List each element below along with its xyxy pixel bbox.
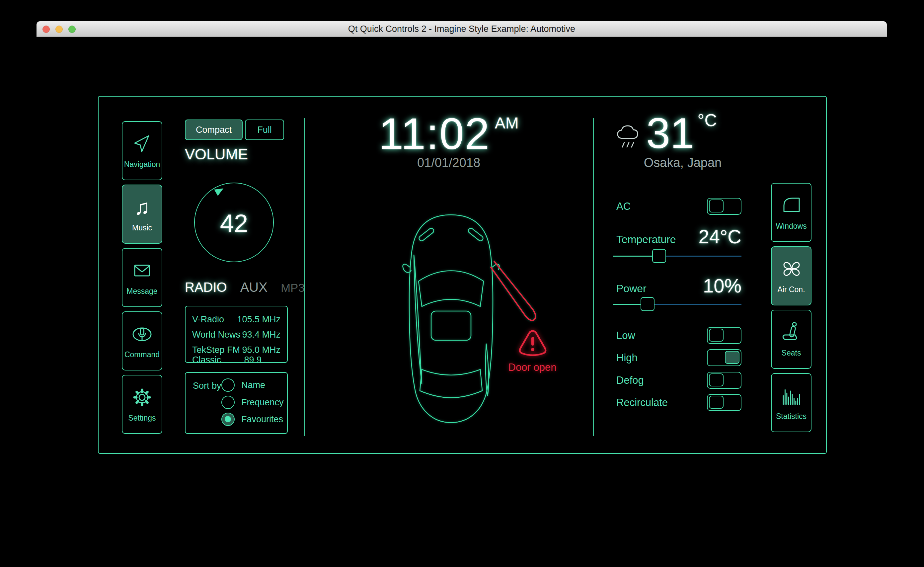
radio-label-favourites: Favourites (241, 412, 283, 426)
radio-dot (225, 416, 231, 422)
station-name: Classic Radio (192, 355, 244, 363)
recirculate-switch[interactable] (707, 394, 741, 411)
rain-cloud-icon (615, 123, 642, 152)
recirculate-label: Recirculate (616, 397, 668, 409)
sort-by-label: Sort by (193, 381, 221, 391)
slider-track-empty (648, 304, 741, 305)
zoom-window-button[interactable] (68, 26, 76, 33)
car-window-icon (781, 195, 802, 216)
power-slider[interactable] (613, 297, 741, 311)
menu-item-statistics[interactable]: Statistics (771, 373, 812, 432)
station-frequency: 95.0 MHz (242, 345, 280, 355)
weather-temp-unit: °C (698, 111, 717, 130)
sidebar-item-settings[interactable]: Settings (122, 375, 162, 434)
menu-item-windows[interactable]: Windows (771, 183, 812, 242)
weather-temp-value: 31 (646, 109, 694, 158)
slider-track-empty (659, 256, 741, 256)
sidebar-item-label: Navigation (124, 160, 160, 169)
sidebar-item-label: Settings (128, 414, 156, 423)
recirculate-row: Recirculate (616, 394, 741, 411)
menu-item-seats[interactable]: Seats (771, 310, 812, 369)
defog-label: Defog (616, 375, 644, 386)
compact-mode-label: Compact (196, 125, 232, 135)
warning-triangle-icon (518, 329, 548, 357)
menu-item-air-con[interactable]: Air Con. (771, 246, 812, 305)
high-row: High (616, 349, 741, 366)
microphone-icon (131, 323, 153, 345)
fan-icon (781, 258, 802, 280)
clock-time: 11:02 (379, 109, 490, 158)
navigation-arrow-icon (131, 133, 153, 155)
menu-item-label: Statistics (776, 412, 807, 421)
station-frequency: 105.5 MHz (237, 314, 280, 325)
volume-heading: VOLUME (185, 146, 248, 163)
full-mode-button[interactable]: Full (245, 120, 284, 140)
weather-location: Osaka, Japan (610, 156, 756, 170)
low-switch[interactable] (707, 327, 741, 344)
switch-knob (709, 200, 723, 213)
clock-meridiem: AM (495, 114, 519, 132)
power-value: 10% (642, 274, 741, 297)
defog-row: Defog (616, 372, 741, 389)
envelope-icon (131, 260, 153, 282)
audio-source-tabs: RADIO AUX MP3 (185, 280, 304, 295)
temperature-value: 24°C (642, 225, 741, 248)
compact-mode-button[interactable]: Compact (185, 120, 243, 140)
ac-row: AC (616, 198, 741, 215)
low-row: Low (616, 327, 741, 344)
power-slider-handle[interactable] (640, 297, 654, 311)
window-titlebar: Qt Quick Controls 2 - Imagine Style Exam… (36, 21, 887, 37)
ac-label: AC (616, 201, 631, 213)
gear-icon (131, 386, 153, 408)
sidebar-item-message[interactable]: Message (122, 248, 162, 307)
station-frequency: 89.9 MHz (244, 355, 280, 363)
door-open-label: Door open (492, 362, 572, 374)
low-label: Low (616, 330, 635, 342)
tab-radio[interactable]: RADIO (185, 280, 227, 295)
station-name: V-Radio (192, 314, 224, 325)
station-row[interactable]: Classic Radio 89.9 MHz (186, 357, 287, 363)
car-top-view (400, 212, 560, 427)
window-title: Qt Quick Controls 2 - Imagine Style Exam… (348, 24, 575, 34)
open-door-line (491, 261, 536, 320)
sidebar-item-label: Music (132, 224, 152, 232)
volume-value: 42 (194, 209, 274, 238)
tab-mp3[interactable]: MP3 (281, 281, 304, 294)
radio-label-name: Name (241, 378, 265, 392)
temperature-slider[interactable] (613, 249, 741, 263)
menu-item-label: Windows (776, 222, 807, 231)
station-row[interactable]: V-Radio 105.5 MHz (186, 312, 287, 327)
temperature-slider-handle[interactable] (652, 249, 666, 263)
music-note-icon: ♫ (134, 196, 150, 218)
ac-switch[interactable] (707, 198, 741, 215)
defog-switch[interactable] (707, 372, 741, 389)
station-list: V-Radio 105.5 MHz World News 93.4 MHz Te… (185, 306, 288, 363)
dashboard-panel: Navigation ♫ Music Message Command Setti… (98, 96, 827, 454)
clock: 11:02AM (304, 109, 593, 158)
full-mode-label: Full (257, 125, 272, 135)
right-section-divider (593, 118, 594, 436)
switch-knob (709, 396, 723, 409)
switch-knob (725, 351, 740, 364)
high-switch[interactable] (707, 349, 741, 366)
sidebar-item-command[interactable]: Command (122, 311, 162, 370)
switch-knob (709, 374, 723, 386)
tab-aux[interactable]: AUX (240, 280, 267, 295)
minimize-window-button[interactable] (56, 26, 63, 33)
close-window-button[interactable] (42, 26, 50, 33)
station-name: TekStep FM (192, 345, 240, 355)
station-frequency: 93.4 MHz (242, 330, 280, 340)
sidebar-item-navigation[interactable]: Navigation (122, 121, 162, 180)
station-row[interactable]: World News 93.4 MHz (186, 327, 287, 342)
radio-sort-frequency[interactable] (221, 396, 235, 409)
sidebar-item-label: Command (124, 350, 160, 359)
weather-temperature: 31°C (646, 111, 717, 156)
clock-date: 01/01/2018 (304, 156, 593, 170)
station-name: World News (192, 330, 240, 340)
radio-sort-favourites[interactable] (221, 412, 235, 426)
high-label: High (616, 352, 638, 364)
sidebar-item-music[interactable]: ♫ Music (122, 184, 162, 244)
radio-sort-name[interactable] (221, 378, 235, 392)
car-seat-icon (781, 321, 802, 343)
radio-label-frequency: Frequency (241, 396, 284, 409)
